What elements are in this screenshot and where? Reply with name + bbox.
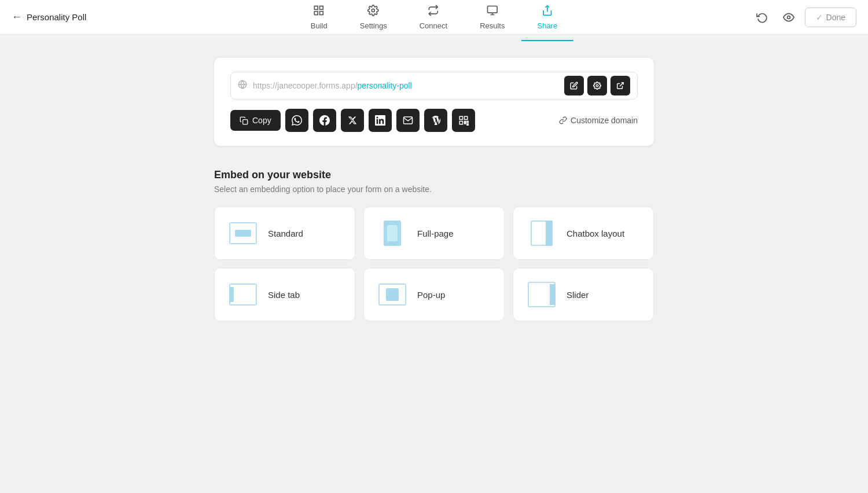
embed-option-standard[interactable]: Standard: [214, 207, 355, 260]
share-actions-row: Copy: [230, 109, 638, 132]
svg-rect-3: [320, 11, 323, 14]
svg-rect-15: [459, 116, 462, 119]
embed-options-grid: Standard Full-page: [214, 207, 654, 321]
history-button[interactable]: [752, 7, 773, 28]
svg-point-4: [372, 9, 375, 12]
done-button[interactable]: ✓ Done: [805, 8, 856, 27]
url-prefix: https://: [253, 81, 277, 90]
svg-rect-17: [459, 122, 462, 124]
url-settings-button[interactable]: [587, 76, 607, 95]
embed-option-chatbox[interactable]: Chatbox layout: [513, 207, 654, 260]
svg-rect-14: [243, 119, 248, 124]
connect-icon: [428, 5, 439, 19]
svg-rect-2: [315, 11, 318, 14]
tab-settings[interactable]: Settings: [344, 0, 403, 35]
tab-connect[interactable]: Connect: [403, 0, 464, 35]
back-icon: ←: [12, 11, 22, 23]
svg-rect-19: [467, 122, 468, 123]
open-url-button[interactable]: [610, 76, 630, 95]
nav-tabs: Build Settings Connect Results: [295, 0, 573, 35]
done-label: Done: [826, 13, 845, 22]
check-icon: ✓: [816, 13, 823, 22]
url-bar: https://janecooper.forms.app/personality…: [230, 72, 638, 100]
linkedin-button[interactable]: [369, 109, 392, 132]
embed-label-chatbox: Chatbox layout: [567, 229, 624, 238]
back-button[interactable]: ←: [12, 11, 22, 23]
settings-icon: [367, 5, 379, 19]
embed-label-standard: Standard: [268, 229, 303, 238]
top-navigation: ← Personality Poll Build Settings Connec…: [0, 0, 868, 35]
twitter-button[interactable]: [341, 109, 364, 132]
svg-rect-20: [467, 124, 468, 125]
customize-domain-label: Customize domain: [571, 116, 638, 125]
share-icon: [542, 5, 553, 19]
embed-thumb-fullpage: [378, 219, 407, 248]
tab-share-label: Share: [537, 21, 557, 30]
embed-subtitle: Select an embedding option to place your…: [214, 185, 654, 194]
email-button[interactable]: [396, 109, 420, 132]
embed-option-sidetab[interactable]: Side tab: [214, 268, 355, 321]
embed-title: Embed on your website: [214, 169, 654, 181]
embed-label-slider: Slider: [567, 290, 589, 300]
nav-left: ← Personality Poll: [12, 11, 116, 23]
svg-rect-21: [464, 122, 465, 123]
embed-label-fullpage: Full-page: [417, 229, 454, 238]
qrcode-button[interactable]: [452, 109, 475, 132]
svg-point-12: [596, 84, 598, 87]
embed-label-popup: Pop-up: [417, 290, 445, 300]
embed-thumb-sidetab: [229, 280, 258, 309]
tab-build-label: Build: [311, 21, 328, 30]
main-content: https://janecooper.forms.app/personality…: [0, 35, 868, 344]
copy-label: Copy: [252, 116, 271, 125]
globe-icon: [238, 80, 247, 91]
embed-thumb-chatbox: [527, 219, 556, 248]
embed-label-sidetab: Side tab: [268, 290, 300, 300]
svg-rect-5: [487, 6, 497, 13]
url-display: https://janecooper.forms.app/personality…: [253, 81, 558, 90]
url-slug: personality-poll: [358, 81, 412, 90]
tab-connect-label: Connect: [420, 21, 447, 30]
embed-thumb-slider: [527, 280, 556, 309]
tab-share[interactable]: Share: [521, 0, 573, 35]
svg-rect-0: [315, 6, 318, 9]
wordpress-button[interactable]: [424, 109, 447, 132]
svg-rect-1: [320, 6, 323, 9]
embed-thumb-popup: [378, 280, 407, 309]
svg-line-13: [620, 83, 623, 86]
share-card: https://janecooper.forms.app/personality…: [214, 58, 654, 146]
copy-button[interactable]: Copy: [230, 110, 281, 131]
facebook-button[interactable]: [313, 109, 336, 132]
customize-domain-link[interactable]: Customize domain: [559, 116, 638, 125]
url-domain: janecooper.forms.app/: [277, 81, 358, 90]
tab-results-label: Results: [480, 21, 505, 30]
nav-right: ✓ Done: [752, 7, 856, 28]
embed-thumb-standard: [229, 219, 258, 248]
tab-settings-label: Settings: [360, 21, 387, 30]
embed-option-popup[interactable]: Pop-up: [363, 268, 505, 321]
svg-rect-16: [464, 116, 467, 119]
tab-results[interactable]: Results: [464, 0, 521, 35]
url-action-buttons: [564, 76, 630, 95]
svg-point-9: [787, 16, 790, 19]
edit-url-button[interactable]: [564, 76, 584, 95]
project-title: Personality Poll: [27, 12, 86, 22]
preview-button[interactable]: [778, 7, 799, 28]
build-icon: [313, 5, 325, 19]
tab-build[interactable]: Build: [295, 0, 344, 35]
share-buttons: Copy: [230, 109, 475, 132]
whatsapp-button[interactable]: [285, 109, 308, 132]
results-icon: [487, 5, 498, 19]
embed-section: Embed on your website Select an embeddin…: [214, 169, 654, 321]
embed-option-slider[interactable]: Slider: [513, 268, 654, 321]
embed-option-fullpage[interactable]: Full-page: [363, 207, 505, 260]
